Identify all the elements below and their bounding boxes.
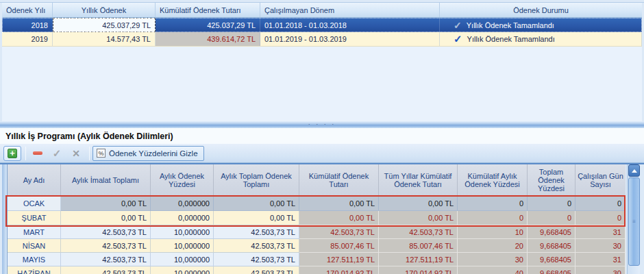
cell-cumulative-monthly-pct[interactable]: 0 [458,197,528,211]
cell-monthly-total[interactable]: 42.503,73 TL [214,239,299,253]
cell-annual-payment-focused[interactable]: 425.037,29 TL [53,18,156,32]
cell-monthly-pct[interactable]: 10,000000 [151,266,214,274]
cell-all-years-cumulative[interactable]: 170.014,92 TL [379,266,458,274]
cell-year[interactable]: 2018 [2,18,53,32]
cell-monthly-total[interactable]: 0,00 TL [214,211,299,225]
year-row-2019[interactable]: 2019 14.577,43 TL 439.614,72 TL 01.01.20… [2,32,642,47]
cell-status[interactable]: ✓ Yıllık Ödenek Tamamlandı [440,18,642,32]
month-row-ocak-current[interactable]: OCAK 0,00 TL 0,000000 0,00 TL 0,00 TL 0,… [2,197,626,211]
cell-monthly-total[interactable]: 42.503,73 TL [214,266,299,274]
column-header-odenek-durumu[interactable]: Ödenek Durumu [440,3,642,17]
column-header-ay-adi[interactable]: Ay Adı [8,164,61,197]
allocation-years-empty-area[interactable] [2,47,642,121]
cell-all-years-cumulative[interactable]: 85.007,46 TL [379,239,458,253]
cell-monthly-total[interactable]: 42.503,73 TL [214,225,299,239]
cell-month[interactable]: OCAK [8,197,61,211]
cell-cumulative[interactable]: 0,00 TL [299,197,379,211]
check-icon: ✓ [454,33,462,45]
column-header-calisilmayan-donem[interactable]: Çalışılmayan Dönem [260,3,440,17]
scroll-up-button[interactable] [628,164,640,177]
cell-all-years-cumulative[interactable]: 0,00 TL [379,211,458,225]
scrollbar-thumb[interactable]: ≡ [628,177,640,266]
cell-cumulative[interactable]: 85.007,46 TL [299,239,379,253]
cell-status[interactable]: ✓ Yıllık Ödenek Tamamlandı [440,32,642,46]
cell-month[interactable]: NİSAN [8,239,61,253]
cell-monthly-production[interactable]: 42.503,73 TL [61,266,151,274]
cell-total-pct[interactable]: 9,668405 [528,266,575,274]
month-row-nisan[interactable]: NİSAN 42.503,73 TL 10,000000 42.503,73 T… [2,239,626,253]
cell-worked-days[interactable]: 30 [575,266,626,274]
cell-total-pct[interactable]: 9,668405 [528,239,575,253]
cell-cumulative[interactable]: 0,00 TL [299,211,379,225]
cell-idle-period[interactable]: 01.01.2018 - 01.03.2018 [260,18,440,32]
cell-year[interactable]: 2019 [2,32,53,46]
column-header-calisilan-gun-sayisi[interactable]: Çalışılan Gün Sayısı [575,164,626,197]
column-header-yillik-odenek[interactable]: Yıllık Ödenek [53,3,156,17]
column-header-toplam-odenek-yuzdesi[interactable]: Toplam Ödenek Yüzdesi [528,164,575,197]
cell-monthly-pct[interactable]: 10,000000 [151,253,214,266]
cell-idle-period[interactable]: 01.01.2019 - 01.03.2019 [260,32,440,46]
cell-cumulative-payment-readonly[interactable]: 439.614,72 TL [156,32,260,46]
vertical-scrollbar[interactable]: ≡ [627,164,640,274]
column-header-odenek-yili[interactable]: Ödenek Yılı [2,3,53,17]
cell-monthly-production[interactable]: 42.503,73 TL [61,225,151,239]
cell-worked-days[interactable]: 31 [575,253,626,266]
column-header-kumulatif-aylik-yuzdesi[interactable]: Kümülatif Aylık Ödenek Yüzdesi [458,164,528,197]
cell-monthly-production[interactable]: 0,00 TL [61,211,151,225]
add-row-button[interactable]: + [3,146,21,161]
cell-cumulative-monthly-pct[interactable]: 10 [458,225,528,239]
month-row-mart[interactable]: MART 42.503,73 TL 10,000000 42.503,73 TL… [2,225,626,239]
chevron-up-icon [632,169,637,173]
cell-monthly-pct[interactable]: 0,000000 [151,211,214,225]
month-row-subat[interactable]: ŞUBAT 0,00 TL 0,000000 0,00 TL 0,00 TL 0… [2,211,626,225]
cell-cumulative-monthly-pct[interactable]: 0 [458,211,528,225]
cell-cumulative[interactable]: 127.511,19 TL [299,253,379,266]
cell-monthly-total[interactable]: 42.503,73 TL [214,253,299,266]
column-header-tum-yillar-kumulatif[interactable]: Tüm Yıllar Kümülatif Ödenek Tutarı [379,164,458,197]
column-header-kumulatif-odenek-tutari[interactable]: Kümülatif Ödenek Tutarı [156,3,260,17]
cancel-button-disabled[interactable]: ✕ [67,146,85,161]
cell-cumulative[interactable]: 42.503,73 TL [299,225,379,239]
remove-row-button[interactable] [29,146,47,161]
cell-annual-payment[interactable]: 14.577,43 TL [53,32,156,46]
cell-month[interactable]: ŞUBAT [8,211,61,225]
section-title-bar: Yıllık İş Programı (Aylık Ödenek Dilimle… [0,128,644,144]
cell-monthly-pct[interactable]: 10,000000 [151,239,214,253]
splitter-grip-icon: · · · · [308,123,336,125]
cell-monthly-production[interactable]: 0,00 TL [61,197,151,211]
cell-total-pct[interactable]: 9,668405 [528,253,575,266]
cell-monthly-production[interactable]: 42.503,73 TL [61,253,151,266]
cell-monthly-production[interactable]: 42.503,73 TL [61,239,151,253]
year-row-2018-selected[interactable]: 2018 425.037,29 TL 425.037,29 TL 01.01.2… [2,18,642,32]
cell-total-pct[interactable]: 0 [528,197,575,211]
cell-worked-days[interactable]: 0 [575,197,626,211]
cell-month[interactable]: HAZİRAN [8,266,61,274]
cell-cumulative-monthly-pct[interactable]: 20 [458,239,528,253]
cell-month[interactable]: MART [8,225,61,239]
cell-cumulative-monthly-pct[interactable]: 40 [458,266,528,274]
confirm-button-disabled[interactable]: ✓ [48,146,66,161]
cell-all-years-cumulative[interactable]: 42.503,73 TL [379,225,458,239]
month-row-mayis[interactable]: MAYIS 42.503,73 TL 10,000000 42.503,73 T… [2,253,626,266]
cell-month[interactable]: MAYIS [8,253,61,266]
column-header-kumulatif-odenek-tutari[interactable]: Kümülatif Ödenek Tutarı [299,164,379,197]
cell-worked-days[interactable]: 30 [575,239,626,253]
cell-worked-days[interactable]: 31 [575,225,626,239]
horizontal-splitter[interactable]: · · · · [0,121,644,128]
hide-percentages-toggle-button[interactable]: % Ödenek Yüzdelerini Gizle [92,146,204,161]
column-header-aylik-odenek-yuzdesi[interactable]: Aylık Ödenek Yüzdesi [151,164,214,197]
cell-monthly-pct[interactable]: 0,000000 [151,197,214,211]
cell-monthly-total[interactable]: 0,00 TL [214,197,299,211]
cell-cumulative-payment[interactable]: 425.037,29 TL [156,18,260,32]
cell-cumulative[interactable]: 170.014,92 TL [299,266,379,274]
cell-all-years-cumulative[interactable]: 0,00 TL [379,197,458,211]
cell-monthly-pct[interactable]: 10,000000 [151,225,214,239]
cell-worked-days[interactable]: 0 [575,211,626,225]
cell-all-years-cumulative[interactable]: 127.511,19 TL [379,253,458,266]
cell-total-pct[interactable]: 9,668405 [528,225,575,239]
month-row-haziran[interactable]: HAZİRAN 42.503,73 TL 10,000000 42.503,73… [2,266,626,274]
cell-cumulative-monthly-pct[interactable]: 30 [458,253,528,266]
column-header-aylik-imalat-toplami[interactable]: Aylık İmalat Toplamı [61,164,151,197]
cell-total-pct[interactable]: 0 [528,211,575,225]
column-header-aylik-toplam-odenek-toplami[interactable]: Aylık Toplam Ödenek Toplamı [214,164,299,197]
